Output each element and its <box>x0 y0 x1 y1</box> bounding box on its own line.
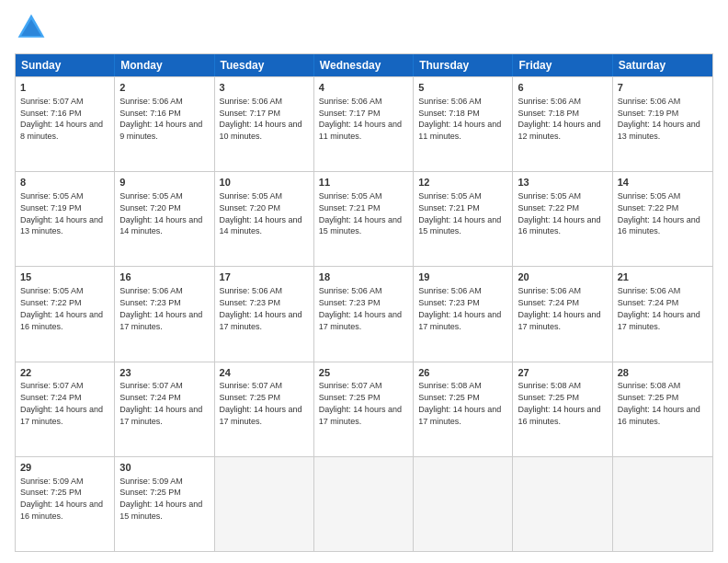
cell-info: Sunrise: 5:05 AMSunset: 7:20 PMDaylight:… <box>220 191 302 236</box>
header-tuesday: Tuesday <box>215 54 314 76</box>
day-number: 19 <box>418 270 507 284</box>
cell-info: Sunrise: 5:06 AMSunset: 7:23 PMDaylight:… <box>418 286 501 330</box>
cell-info: Sunrise: 5:07 AMSunset: 7:16 PMDaylight:… <box>20 97 103 141</box>
cell-info: Sunrise: 5:06 AMSunset: 7:17 PMDaylight:… <box>319 97 402 141</box>
calendar-cell: 30Sunrise: 5:09 AMSunset: 7:25 PMDayligh… <box>115 457 214 551</box>
calendar-cell: 25Sunrise: 5:07 AMSunset: 7:25 PMDayligh… <box>314 362 414 456</box>
cell-info: Sunrise: 5:09 AMSunset: 7:25 PMDaylight:… <box>119 477 202 521</box>
day-number: 17 <box>220 270 309 284</box>
cell-info: Sunrise: 5:06 AMSunset: 7:16 PMDaylight:… <box>119 97 202 141</box>
day-number: 20 <box>518 270 607 284</box>
cell-info: Sunrise: 5:07 AMSunset: 7:24 PMDaylight:… <box>119 381 202 425</box>
cell-info: Sunrise: 5:07 AMSunset: 7:25 PMDaylight:… <box>220 381 302 425</box>
calendar-cell <box>314 457 414 551</box>
day-number: 5 <box>418 81 507 95</box>
day-number: 25 <box>319 366 408 380</box>
cell-info: Sunrise: 5:05 AMSunset: 7:22 PMDaylight:… <box>20 286 103 330</box>
calendar-row-4: 29Sunrise: 5:09 AMSunset: 7:25 PMDayligh… <box>16 456 712 551</box>
calendar-cell: 21Sunrise: 5:06 AMSunset: 7:24 PMDayligh… <box>613 267 712 361</box>
calendar-cell: 13Sunrise: 5:05 AMSunset: 7:22 PMDayligh… <box>513 172 612 266</box>
calendar-cell: 15Sunrise: 5:05 AMSunset: 7:22 PMDayligh… <box>16 267 115 361</box>
cell-info: Sunrise: 5:05 AMSunset: 7:22 PMDaylight:… <box>618 191 700 236</box>
calendar-row-3: 22Sunrise: 5:07 AMSunset: 7:24 PMDayligh… <box>16 362 712 456</box>
cell-info: Sunrise: 5:08 AMSunset: 7:25 PMDaylight:… <box>518 381 600 425</box>
day-number: 16 <box>119 270 209 284</box>
calendar-cell: 26Sunrise: 5:08 AMSunset: 7:25 PMDayligh… <box>414 362 513 456</box>
calendar-cell: 19Sunrise: 5:06 AMSunset: 7:23 PMDayligh… <box>414 267 513 361</box>
calendar-cell <box>414 457 513 551</box>
calendar-cell: 8Sunrise: 5:05 AMSunset: 7:19 PMDaylight… <box>16 172 115 266</box>
day-number: 2 <box>119 81 209 95</box>
cell-info: Sunrise: 5:05 AMSunset: 7:20 PMDaylight:… <box>119 191 202 236</box>
calendar-cell: 17Sunrise: 5:06 AMSunset: 7:23 PMDayligh… <box>215 267 314 361</box>
cell-info: Sunrise: 5:06 AMSunset: 7:19 PMDaylight:… <box>618 97 700 141</box>
calendar-row-1: 8Sunrise: 5:05 AMSunset: 7:19 PMDaylight… <box>16 171 712 266</box>
cell-info: Sunrise: 5:06 AMSunset: 7:18 PMDaylight:… <box>518 97 600 141</box>
calendar-cell <box>215 457 314 551</box>
day-number: 3 <box>220 81 309 95</box>
day-number: 4 <box>319 81 408 95</box>
day-number: 29 <box>20 461 109 475</box>
calendar-cell: 23Sunrise: 5:07 AMSunset: 7:24 PMDayligh… <box>115 362 214 456</box>
cell-info: Sunrise: 5:06 AMSunset: 7:18 PMDaylight:… <box>418 97 501 141</box>
cell-info: Sunrise: 5:05 AMSunset: 7:22 PMDaylight:… <box>518 191 600 236</box>
calendar-cell: 20Sunrise: 5:06 AMSunset: 7:24 PMDayligh… <box>513 267 612 361</box>
calendar-cell: 27Sunrise: 5:08 AMSunset: 7:25 PMDayligh… <box>513 362 612 456</box>
header <box>15 11 713 44</box>
calendar: Sunday Monday Tuesday Wednesday Thursday… <box>15 53 713 552</box>
day-number: 7 <box>618 81 708 95</box>
calendar-cell <box>513 457 612 551</box>
calendar-cell: 16Sunrise: 5:06 AMSunset: 7:23 PMDayligh… <box>115 267 214 361</box>
cell-info: Sunrise: 5:06 AMSunset: 7:23 PMDaylight:… <box>220 286 302 330</box>
cell-info: Sunrise: 5:06 AMSunset: 7:23 PMDaylight:… <box>119 286 202 330</box>
header-thursday: Thursday <box>414 54 513 76</box>
calendar-row-2: 15Sunrise: 5:05 AMSunset: 7:22 PMDayligh… <box>16 266 712 361</box>
calendar-cell: 4Sunrise: 5:06 AMSunset: 7:17 PMDaylight… <box>314 77 414 171</box>
calendar-cell: 11Sunrise: 5:05 AMSunset: 7:21 PMDayligh… <box>314 172 414 266</box>
header-friday: Friday <box>513 54 612 76</box>
calendar-cell: 1Sunrise: 5:07 AMSunset: 7:16 PMDaylight… <box>16 77 115 171</box>
calendar-cell: 22Sunrise: 5:07 AMSunset: 7:24 PMDayligh… <box>16 362 115 456</box>
cell-info: Sunrise: 5:06 AMSunset: 7:23 PMDaylight:… <box>319 286 402 330</box>
day-number: 14 <box>618 176 708 190</box>
calendar-cell: 6Sunrise: 5:06 AMSunset: 7:18 PMDaylight… <box>513 77 612 171</box>
cell-info: Sunrise: 5:08 AMSunset: 7:25 PMDaylight:… <box>418 381 501 425</box>
calendar-cell <box>613 457 712 551</box>
day-number: 18 <box>319 270 408 284</box>
cell-info: Sunrise: 5:05 AMSunset: 7:21 PMDaylight:… <box>319 191 402 236</box>
cell-info: Sunrise: 5:07 AMSunset: 7:25 PMDaylight:… <box>319 381 402 425</box>
calendar-cell: 28Sunrise: 5:08 AMSunset: 7:25 PMDayligh… <box>613 362 712 456</box>
calendar-row-0: 1Sunrise: 5:07 AMSunset: 7:16 PMDaylight… <box>16 76 712 171</box>
calendar-cell: 14Sunrise: 5:05 AMSunset: 7:22 PMDayligh… <box>613 172 712 266</box>
calendar-header: Sunday Monday Tuesday Wednesday Thursday… <box>16 54 712 76</box>
cell-info: Sunrise: 5:06 AMSunset: 7:24 PMDaylight:… <box>518 286 600 330</box>
day-number: 27 <box>518 366 607 380</box>
day-number: 23 <box>119 366 209 380</box>
day-number: 11 <box>319 176 408 190</box>
calendar-cell: 5Sunrise: 5:06 AMSunset: 7:18 PMDaylight… <box>414 77 513 171</box>
day-number: 13 <box>518 176 607 190</box>
calendar-cell: 9Sunrise: 5:05 AMSunset: 7:20 PMDaylight… <box>115 172 214 266</box>
day-number: 6 <box>518 81 607 95</box>
calendar-cell: 3Sunrise: 5:06 AMSunset: 7:17 PMDaylight… <box>215 77 314 171</box>
calendar-cell: 29Sunrise: 5:09 AMSunset: 7:25 PMDayligh… <box>16 457 115 551</box>
cell-info: Sunrise: 5:05 AMSunset: 7:21 PMDaylight:… <box>418 191 501 236</box>
day-number: 8 <box>20 176 109 190</box>
calendar-cell: 24Sunrise: 5:07 AMSunset: 7:25 PMDayligh… <box>215 362 314 456</box>
header-monday: Monday <box>115 54 214 76</box>
cell-info: Sunrise: 5:07 AMSunset: 7:24 PMDaylight:… <box>20 381 103 425</box>
day-number: 26 <box>418 366 507 380</box>
day-number: 10 <box>220 176 309 190</box>
day-number: 15 <box>20 270 109 284</box>
day-number: 9 <box>119 176 209 190</box>
cell-info: Sunrise: 5:06 AMSunset: 7:24 PMDaylight:… <box>618 286 700 330</box>
calendar-cell: 2Sunrise: 5:06 AMSunset: 7:16 PMDaylight… <box>115 77 214 171</box>
calendar-body: 1Sunrise: 5:07 AMSunset: 7:16 PMDaylight… <box>16 76 712 551</box>
cell-info: Sunrise: 5:05 AMSunset: 7:19 PMDaylight:… <box>20 191 103 236</box>
day-number: 1 <box>20 81 109 95</box>
logo <box>15 11 50 44</box>
calendar-cell: 7Sunrise: 5:06 AMSunset: 7:19 PMDaylight… <box>613 77 712 171</box>
day-number: 30 <box>119 461 209 475</box>
cell-info: Sunrise: 5:09 AMSunset: 7:25 PMDaylight:… <box>20 477 103 521</box>
cell-info: Sunrise: 5:06 AMSunset: 7:17 PMDaylight:… <box>220 97 302 141</box>
